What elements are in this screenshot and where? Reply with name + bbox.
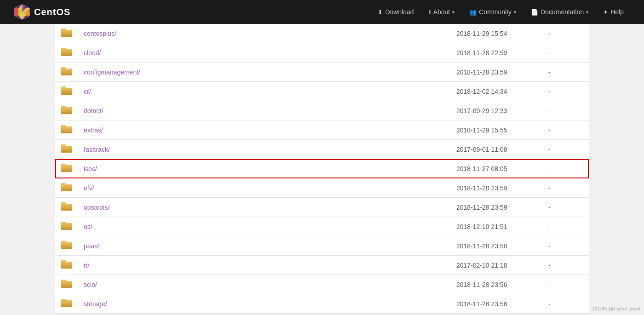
table-row: cloud/2018-11-28 22:59- xyxy=(55,43,589,63)
folder-link[interactable]: nfv/ xyxy=(84,184,94,192)
file-size-cell: - xyxy=(543,294,589,314)
file-date-cell: 2018-11-27 08:05 xyxy=(451,159,543,178)
file-name-cell: sclo/ xyxy=(78,275,451,294)
folder-link[interactable]: sclo/ xyxy=(84,281,97,288)
folder-icon xyxy=(61,221,72,230)
file-date-cell: 2018-11-28 23:59 xyxy=(451,178,543,198)
file-size-cell: - xyxy=(543,82,589,101)
svg-rect-14 xyxy=(61,49,72,56)
folder-icon-cell xyxy=(55,120,78,140)
svg-rect-62 xyxy=(61,281,72,288)
folder-icon xyxy=(61,47,72,57)
folder-link[interactable]: dotnet/ xyxy=(84,107,104,115)
table-row: cr/2018-12-02 14:34- xyxy=(55,82,589,101)
file-size-cell: - xyxy=(543,178,589,198)
folder-link[interactable]: os/ xyxy=(84,223,92,230)
file-size-cell: - xyxy=(543,101,589,120)
file-name-cell: isos/ xyxy=(78,159,451,178)
folder-icon-cell xyxy=(55,82,78,101)
community-icon: 👥 xyxy=(469,9,477,16)
folder-icon-cell xyxy=(55,101,78,120)
table-row: rt/2017-02-10 21:18- xyxy=(55,256,589,275)
file-name-cell: storage/ xyxy=(78,294,451,314)
file-name-cell: cloud/ xyxy=(78,43,451,63)
svg-rect-46 xyxy=(61,204,72,211)
folder-icon xyxy=(61,86,72,95)
table-row: centosplus/2018-11-29 15:54- xyxy=(55,24,589,43)
nav-help-label: Help xyxy=(610,8,624,16)
file-name-cell: dotnet/ xyxy=(78,101,451,120)
navbar: CentOS ⬇ Download ℹ About ▾ 👥 Community … xyxy=(0,0,644,24)
table-row: storage/2018-11-28 23:58- xyxy=(55,294,589,314)
file-name-cell: rt/ xyxy=(78,256,451,275)
svg-rect-18 xyxy=(61,69,72,75)
table-row: dotnet/2017-09-29 12:33- xyxy=(55,101,589,120)
svg-rect-42 xyxy=(61,184,72,191)
brand-name: CentOS xyxy=(34,7,70,17)
folder-link[interactable]: centosplus/ xyxy=(84,30,116,37)
svg-rect-54 xyxy=(61,242,72,249)
folder-icon-cell xyxy=(55,256,78,275)
table-row: configmanagement/2018-11-28 23:59- xyxy=(55,63,589,82)
file-name-cell: cr/ xyxy=(78,82,451,101)
file-name-cell: centosplus/ xyxy=(78,24,451,43)
svg-rect-50 xyxy=(61,223,72,230)
folder-icon-cell xyxy=(55,24,78,43)
documentation-icon: 📄 xyxy=(531,9,538,16)
folder-icon-cell xyxy=(55,159,78,178)
folder-icon-cell xyxy=(55,217,78,236)
folder-link[interactable]: opstools/ xyxy=(84,204,109,211)
file-size-cell: - xyxy=(543,140,589,159)
nav-documentation[interactable]: 📄 Documentation ▾ xyxy=(524,6,595,18)
file-size-cell: - xyxy=(543,24,589,43)
nav-help[interactable]: ✦ Help xyxy=(597,6,630,18)
folder-icon-cell xyxy=(55,294,78,314)
folder-link[interactable]: rt/ xyxy=(84,262,89,269)
file-name-cell: paas/ xyxy=(78,236,451,256)
nav-about-label: About xyxy=(433,8,450,16)
folder-link[interactable]: fasttrack/ xyxy=(84,146,110,153)
file-size-cell: - xyxy=(543,275,589,294)
nav-download[interactable]: ⬇ Download xyxy=(371,6,420,18)
folder-link[interactable]: configmanagement/ xyxy=(84,69,140,76)
file-listing-table: centosplus/2018-11-29 15:54- cloud/2018-… xyxy=(55,24,589,314)
table-row: extras/2018-11-29 15:55- xyxy=(55,120,589,140)
folder-icon xyxy=(61,28,72,37)
file-name-cell: extras/ xyxy=(78,120,451,140)
folder-link[interactable]: isos/ xyxy=(84,165,97,172)
folder-icon xyxy=(61,202,72,211)
folder-link[interactable]: cloud/ xyxy=(84,49,101,57)
svg-rect-66 xyxy=(61,300,72,307)
nav-community[interactable]: 👥 Community ▾ xyxy=(463,6,523,18)
folder-link[interactable]: extras/ xyxy=(84,126,103,134)
file-date-cell: 2018-11-29 15:55 xyxy=(451,120,543,140)
nav-menu: ⬇ Download ℹ About ▾ 👥 Community ▾ 📄 Doc… xyxy=(371,6,630,18)
folder-icon-cell xyxy=(55,236,78,256)
svg-rect-38 xyxy=(61,165,72,172)
svg-rect-26 xyxy=(61,107,72,114)
file-date-cell: 2018-11-29 15:54 xyxy=(451,24,543,43)
about-icon: ℹ xyxy=(429,9,431,16)
table-row: paas/2018-11-28 23:58- xyxy=(55,236,589,256)
folder-icon-cell xyxy=(55,198,78,217)
community-caret-icon: ▾ xyxy=(514,10,516,15)
centos-logo-icon xyxy=(14,4,30,20)
folder-link[interactable]: paas/ xyxy=(84,242,99,250)
nav-about[interactable]: ℹ About ▾ xyxy=(422,6,461,18)
svg-rect-58 xyxy=(61,262,72,269)
documentation-caret-icon: ▾ xyxy=(586,10,588,15)
folder-icon xyxy=(61,144,72,153)
brand-logo[interactable]: CentOS xyxy=(14,4,70,20)
folder-link[interactable]: cr/ xyxy=(84,88,91,95)
folder-icon xyxy=(61,298,72,308)
nav-community-label: Community xyxy=(479,8,512,16)
svg-rect-22 xyxy=(61,88,72,95)
folder-icon xyxy=(61,260,72,269)
folder-icon xyxy=(61,67,72,76)
folder-icon-cell xyxy=(55,140,78,159)
file-size-cell: - xyxy=(543,120,589,140)
folder-link[interactable]: storage/ xyxy=(84,300,107,308)
folder-icon xyxy=(61,125,72,134)
file-date-cell: 2018-11-28 23:59 xyxy=(451,63,543,82)
file-name-cell: os/ xyxy=(78,217,451,236)
